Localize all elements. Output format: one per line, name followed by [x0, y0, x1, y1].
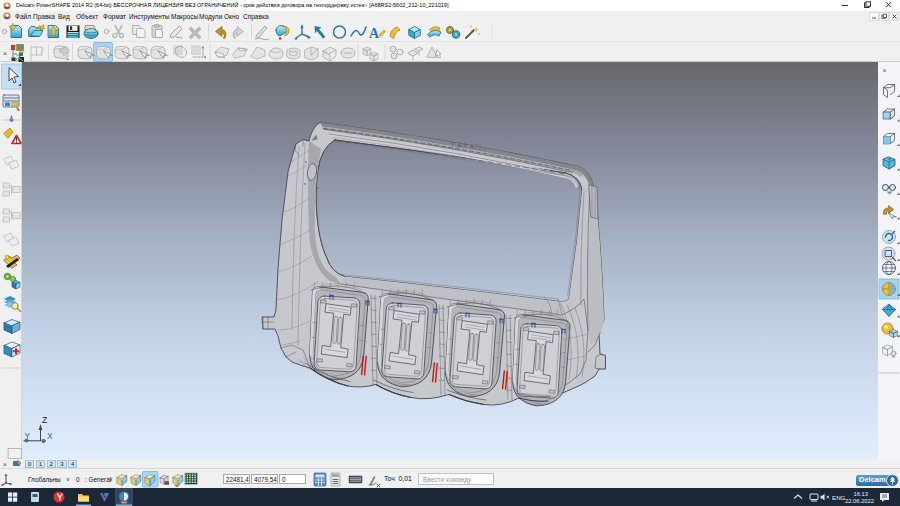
svg-text:A: A [369, 26, 380, 41]
svg-text:X: X [47, 431, 53, 441]
svg-text:22.06.2022: 22.06.2022 [845, 498, 874, 504]
svg-text:Y: Y [25, 431, 31, 441]
svg-text:ENG: ENG [832, 494, 846, 501]
svg-text:Z: Z [42, 415, 47, 425]
svg-text:16:13: 16:13 [853, 491, 868, 497]
svg-text:×: × [883, 67, 887, 74]
svg-text:×: × [3, 50, 7, 57]
